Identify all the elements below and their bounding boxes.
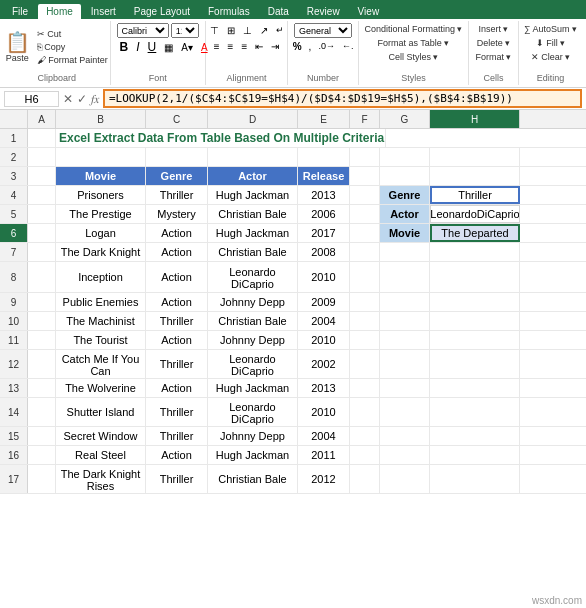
cell-f3[interactable] xyxy=(350,167,380,185)
cell-d3-header[interactable]: Actor xyxy=(208,167,298,185)
cell-e11[interactable]: 2010 xyxy=(298,331,350,349)
cell-b5[interactable]: The Prestige xyxy=(56,205,146,223)
align-bottom-button[interactable]: ⊥ xyxy=(240,23,255,38)
cell-e8[interactable]: 2010 xyxy=(298,262,350,292)
cell-h16[interactable] xyxy=(430,446,520,464)
cell-a7[interactable] xyxy=(28,243,56,261)
cell-b8[interactable]: Inception xyxy=(56,262,146,292)
cell-c11[interactable]: Action xyxy=(146,331,208,349)
cell-a6[interactable] xyxy=(28,224,56,242)
cut-button[interactable]: ✂ Cut xyxy=(34,28,111,40)
cell-e10[interactable]: 2004 xyxy=(298,312,350,330)
col-header-e[interactable]: E xyxy=(298,110,350,128)
cell-b14[interactable]: Shutter Island xyxy=(56,398,146,426)
format-as-table-button[interactable]: Format as Table ▾ xyxy=(375,37,453,49)
paste-button[interactable]: 📋 Paste xyxy=(3,29,32,65)
cell-c7[interactable]: Action xyxy=(146,243,208,261)
cell-a14[interactable] xyxy=(28,398,56,426)
tab-file[interactable]: File xyxy=(4,4,36,19)
cell-c15[interactable]: Thriller xyxy=(146,427,208,445)
cell-f6[interactable] xyxy=(350,224,380,242)
tab-insert[interactable]: Insert xyxy=(83,4,124,19)
row-header-4[interactable]: 4 xyxy=(0,186,28,204)
cell-h6[interactable]: The Departed xyxy=(430,224,520,242)
cell-f9[interactable] xyxy=(350,293,380,311)
align-center-button[interactable]: ≡ xyxy=(225,39,237,54)
tab-data[interactable]: Data xyxy=(260,4,297,19)
decrease-decimal-button[interactable]: ←. xyxy=(339,39,357,54)
cell-g15[interactable] xyxy=(380,427,430,445)
align-top-button[interactable]: ⊤ xyxy=(207,23,222,38)
align-left-button[interactable]: ≡ xyxy=(211,39,223,54)
cell-f5[interactable] xyxy=(350,205,380,223)
tab-review[interactable]: Review xyxy=(299,4,348,19)
cell-f4[interactable] xyxy=(350,186,380,204)
cell-d16[interactable]: Hugh Jackman xyxy=(208,446,298,464)
cell-a9[interactable] xyxy=(28,293,56,311)
format-painter-button[interactable]: 🖌 Format Painter xyxy=(34,54,111,66)
number-format-select[interactable]: General xyxy=(294,23,352,38)
wrap-text-button[interactable]: ↵ xyxy=(273,23,287,38)
cell-f8[interactable] xyxy=(350,262,380,292)
col-header-b[interactable]: B xyxy=(56,110,146,128)
row-header-14[interactable]: 14 xyxy=(0,398,28,426)
cell-e17[interactable]: 2012 xyxy=(298,465,350,493)
cell-b9[interactable]: Public Enemies xyxy=(56,293,146,311)
cell-g3[interactable] xyxy=(380,167,430,185)
cell-b6[interactable]: Logan xyxy=(56,224,146,242)
tab-home[interactable]: Home xyxy=(38,4,81,19)
tab-formulas[interactable]: Formulas xyxy=(200,4,258,19)
cell-c3-header[interactable]: Genre xyxy=(146,167,208,185)
cell-h15[interactable] xyxy=(430,427,520,445)
cell-a2[interactable] xyxy=(28,148,56,166)
align-middle-button[interactable]: ⊞ xyxy=(224,23,238,38)
cell-e12[interactable]: 2002 xyxy=(298,350,350,378)
cell-c5[interactable]: Mystery xyxy=(146,205,208,223)
fill-button[interactable]: ⬇ Fill ▾ xyxy=(533,37,569,49)
cell-h7[interactable] xyxy=(430,243,520,261)
col-header-g[interactable]: G xyxy=(380,110,430,128)
conditional-formatting-button[interactable]: Conditional Formatting ▾ xyxy=(361,23,465,35)
col-header-d[interactable]: D xyxy=(208,110,298,128)
cell-g5[interactable]: Actor xyxy=(380,205,430,223)
cell-d13[interactable]: Hugh Jackman xyxy=(208,379,298,397)
cell-g11[interactable] xyxy=(380,331,430,349)
cell-d7[interactable]: Christian Bale xyxy=(208,243,298,261)
cell-a11[interactable] xyxy=(28,331,56,349)
cell-a10[interactable] xyxy=(28,312,56,330)
row-header-15[interactable]: 15 xyxy=(0,427,28,445)
cell-f13[interactable] xyxy=(350,379,380,397)
fill-color-button[interactable]: A▾ xyxy=(178,40,196,55)
col-header-h[interactable]: H xyxy=(430,110,520,128)
cell-c13[interactable]: Action xyxy=(146,379,208,397)
row-header-6[interactable]: 6 xyxy=(0,224,28,242)
cell-h10[interactable] xyxy=(430,312,520,330)
cell-c16[interactable]: Action xyxy=(146,446,208,464)
autosum-button[interactable]: ∑ AutoSum ▾ xyxy=(521,23,580,35)
cell-g4[interactable]: Genre xyxy=(380,186,430,204)
cell-b17[interactable]: The Dark Knight Rises xyxy=(56,465,146,493)
col-header-c[interactable]: C xyxy=(146,110,208,128)
row-header-11[interactable]: 11 xyxy=(0,331,28,349)
cell-e5[interactable]: 2006 xyxy=(298,205,350,223)
cell-c4[interactable]: Thriller xyxy=(146,186,208,204)
cell-g7[interactable] xyxy=(380,243,430,261)
cell-d11[interactable]: Johnny Depp xyxy=(208,331,298,349)
insert-button[interactable]: Insert ▾ xyxy=(475,23,511,35)
insert-function-icon[interactable]: 𝑓𝑥 xyxy=(91,92,99,106)
cell-h11[interactable] xyxy=(430,331,520,349)
cell-c12[interactable]: Thriller xyxy=(146,350,208,378)
cell-e16[interactable]: 2011 xyxy=(298,446,350,464)
cell-b2[interactable] xyxy=(56,148,146,166)
format-button[interactable]: Format ▾ xyxy=(472,51,514,63)
row-header-16[interactable]: 16 xyxy=(0,446,28,464)
cell-e3-header[interactable]: Release xyxy=(298,167,350,185)
row-header-10[interactable]: 10 xyxy=(0,312,28,330)
cell-a5[interactable] xyxy=(28,205,56,223)
cell-d17[interactable]: Christian Bale xyxy=(208,465,298,493)
cell-g14[interactable] xyxy=(380,398,430,426)
cell-a12[interactable] xyxy=(28,350,56,378)
cell-h9[interactable] xyxy=(430,293,520,311)
copy-button[interactable]: ⎘ Copy xyxy=(34,41,111,53)
row-header-17[interactable]: 17 xyxy=(0,465,28,493)
